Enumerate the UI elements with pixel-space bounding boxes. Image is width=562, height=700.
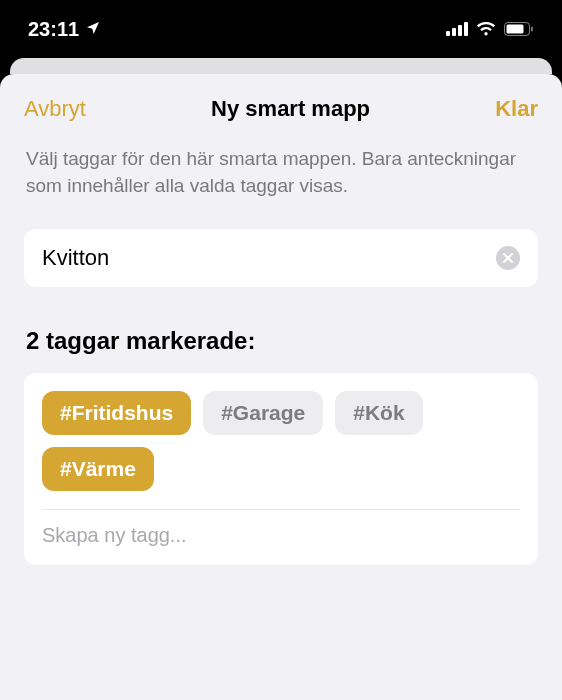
sheet-backdrop	[10, 58, 552, 74]
folder-name-field[interactable]	[24, 229, 538, 287]
tag-kok[interactable]: #Kök	[335, 391, 422, 435]
folder-name-input[interactable]	[42, 245, 496, 271]
status-bar: 23:11	[0, 0, 562, 58]
new-tag-input[interactable]	[42, 524, 520, 547]
modal-header: Avbryt Ny smart mapp Klar	[24, 96, 538, 122]
svg-rect-1	[452, 28, 456, 36]
svg-rect-5	[507, 24, 524, 33]
done-button[interactable]: Klar	[495, 96, 538, 122]
svg-rect-0	[446, 31, 450, 36]
tag-garage[interactable]: #Garage	[203, 391, 323, 435]
svg-rect-2	[458, 25, 462, 36]
cancel-button[interactable]: Avbryt	[24, 96, 86, 122]
battery-icon	[504, 18, 534, 41]
status-time: 23:11	[28, 18, 79, 41]
description-text: Välj taggar för den här smarta mappen. B…	[24, 146, 538, 199]
close-icon	[503, 251, 513, 266]
modal-title: Ny smart mapp	[211, 96, 370, 122]
status-time-group: 23:11	[28, 18, 101, 41]
tag-fritidshus[interactable]: #Fritidshus	[42, 391, 191, 435]
tag-list: #Fritidshus #Garage #Kök #Värme	[42, 391, 520, 510]
clear-input-button[interactable]	[496, 246, 520, 270]
svg-rect-6	[531, 26, 533, 31]
status-indicators	[446, 18, 534, 41]
location-icon	[85, 18, 101, 41]
modal-sheet: Avbryt Ny smart mapp Klar Välj taggar fö…	[0, 74, 562, 700]
wifi-icon	[476, 18, 496, 41]
cellular-icon	[446, 18, 468, 41]
tags-container: #Fritidshus #Garage #Kök #Värme	[24, 373, 538, 565]
svg-rect-3	[464, 22, 468, 36]
tag-varme[interactable]: #Värme	[42, 447, 154, 491]
tags-count-label: 2 taggar markerade:	[24, 327, 538, 355]
